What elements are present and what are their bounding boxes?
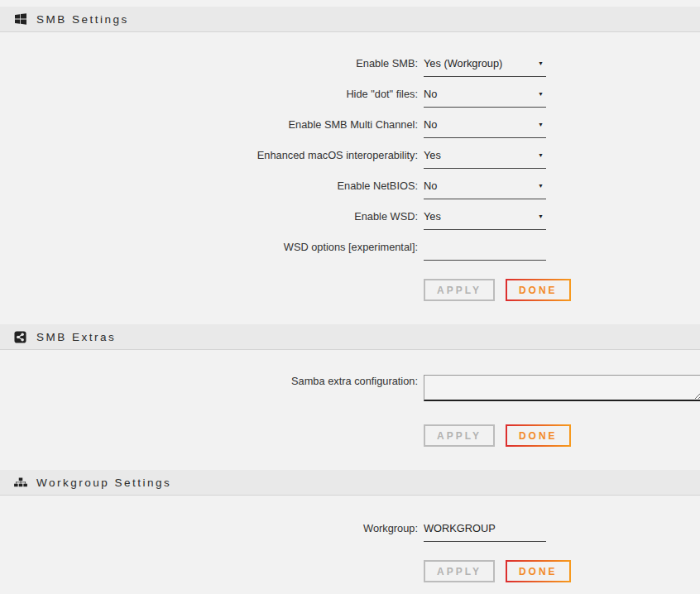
field-row-hide-dot-files: Hide "dot" files: No ▼	[0, 88, 700, 108]
field-label: Enable NetBIOS:	[0, 180, 418, 193]
share-square-icon	[14, 330, 27, 343]
smb-extras-buttons: APPLY DONE	[424, 424, 700, 447]
chevron-down-icon: ▼	[538, 57, 546, 70]
field-row-netbios: Enable NetBIOS: No ▼	[0, 180, 700, 199]
field-row-enable-smb: Enable SMB: Yes (Workgroup) ▼	[0, 57, 700, 77]
field-row-macos-interop: Enhanced macOS interoperability: Yes ▼	[0, 149, 700, 169]
netbios-select[interactable]: No ▼	[424, 180, 546, 199]
field-row-samba-extra: Samba extra configuration:	[0, 375, 700, 401]
field-row-workgroup: Workgroup: WORKGROUP	[0, 522, 700, 542]
workgroup-input[interactable]: WORKGROUP	[424, 522, 546, 542]
workgroup-settings-header: Workgroup Settings	[0, 470, 700, 496]
field-label: Workgroup:	[0, 522, 418, 535]
apply-button[interactable]: APPLY	[424, 560, 495, 582]
smb-multi-channel-select[interactable]: No ▼	[424, 118, 546, 138]
field-label: Enable SMB:	[0, 57, 418, 70]
chevron-down-icon: ▼	[538, 88, 546, 101]
windows-icon	[14, 12, 27, 26]
wsd-select[interactable]: Yes ▼	[424, 210, 546, 230]
section-title: Workgroup Settings	[36, 477, 171, 489]
chevron-down-icon: ▼	[538, 118, 546, 132]
chevron-down-icon: ▼	[538, 210, 546, 223]
field-label: Hide "dot" files:	[0, 88, 418, 101]
smb-extras-form: Samba extra configuration: APPLY DONE	[0, 375, 700, 447]
field-label: Enhanced macOS interoperability:	[0, 149, 418, 162]
smb-settings-form: Enable SMB: Yes (Workgroup) ▼ Hide "dot"…	[0, 57, 700, 301]
workgroup-settings-form: Workgroup: WORKGROUP APPLY DONE	[0, 522, 700, 582]
section-title: SMB Extras	[36, 331, 116, 343]
wsd-options-input[interactable]	[424, 241, 546, 261]
smb-settings-buttons: APPLY DONE	[424, 279, 700, 301]
macos-interop-select[interactable]: Yes ▼	[424, 149, 546, 169]
done-button[interactable]: DONE	[506, 279, 571, 301]
apply-button[interactable]: APPLY	[424, 424, 495, 447]
field-row-multi-channel: Enable SMB Multi Channel: No ▼	[0, 118, 700, 138]
field-row-wsd: Enable WSD: Yes ▼	[0, 210, 700, 230]
field-label: Enable SMB Multi Channel:	[0, 118, 418, 132]
samba-extra-config-input[interactable]	[424, 375, 700, 401]
field-label: Samba extra configuration:	[0, 375, 418, 388]
hide-dot-files-select[interactable]: No ▼	[424, 88, 546, 108]
enable-smb-select[interactable]: Yes (Workgroup) ▼	[424, 57, 546, 77]
workgroup-buttons: APPLY DONE	[424, 560, 700, 582]
smb-extras-header: SMB Extras	[0, 324, 700, 350]
field-label: WSD options [experimental]:	[0, 241, 418, 254]
done-button[interactable]: DONE	[506, 424, 571, 447]
apply-button[interactable]: APPLY	[424, 279, 495, 301]
smb-settings-header: SMB Settings	[0, 7, 700, 32]
section-title: SMB Settings	[36, 13, 129, 26]
chevron-down-icon: ▼	[538, 149, 546, 162]
field-row-wsd-options: WSD options [experimental]:	[0, 241, 700, 261]
chevron-down-icon: ▼	[538, 180, 546, 193]
done-button[interactable]: DONE	[506, 560, 571, 582]
sitemap-icon	[14, 476, 27, 489]
field-label: Enable WSD:	[0, 210, 418, 223]
